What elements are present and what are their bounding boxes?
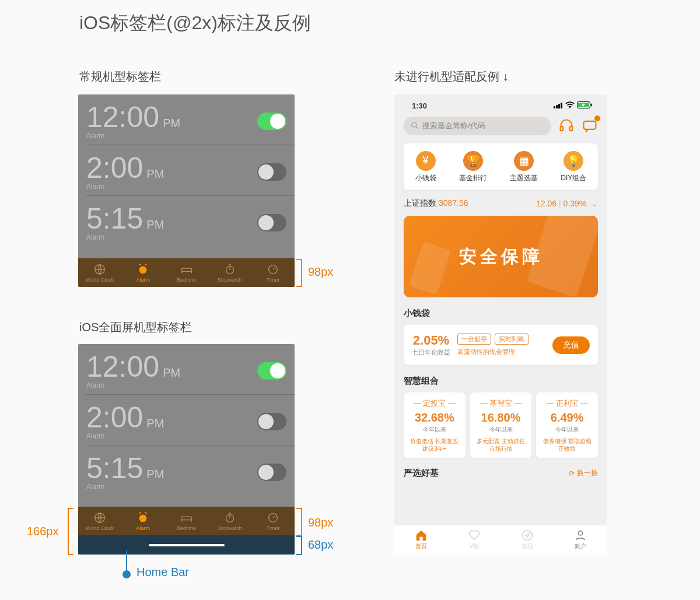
annotation-tabbar-height: 98px bbox=[308, 516, 333, 529]
globe-icon bbox=[93, 263, 106, 276]
headset-icon[interactable] bbox=[558, 118, 575, 134]
combo-desc: 价值低估 长期复投 建议3年+ bbox=[407, 437, 462, 452]
tab-label: Stopwatch bbox=[218, 277, 242, 283]
tab-stopwatch[interactable]: Stopwatch bbox=[208, 258, 251, 287]
combo-pct: 32.68% bbox=[407, 411, 462, 424]
annotation-total-height: 166px bbox=[27, 525, 59, 538]
nav-wallet[interactable]: ¥小钱袋 bbox=[415, 151, 436, 183]
nav-label: 小钱袋 bbox=[415, 173, 436, 183]
bed-icon bbox=[180, 511, 193, 524]
alarm-row: 2:00PM Alarm bbox=[78, 395, 295, 445]
svg-rect-7 bbox=[181, 517, 191, 520]
tab-label: 发现 bbox=[522, 542, 533, 550]
tab-bedtime[interactable]: Bedtime bbox=[164, 258, 208, 287]
chat-icon[interactable] bbox=[582, 118, 598, 134]
tab-discover[interactable]: 发现 bbox=[501, 525, 554, 555]
nav-theme[interactable]: ▦主题选基 bbox=[510, 151, 538, 183]
tab-worldclock[interactable]: World Clock bbox=[78, 507, 121, 535]
alarm-toggle[interactable] bbox=[257, 214, 286, 231]
dimension-bracket bbox=[296, 536, 302, 555]
refresh-label: 换一换 bbox=[577, 468, 598, 478]
alarm-toggle[interactable] bbox=[257, 362, 286, 380]
tab-label: Alarm bbox=[136, 525, 150, 531]
wallet-tag: 一分起存 bbox=[457, 334, 491, 345]
tab-worldclock[interactable]: World Clock bbox=[78, 258, 121, 287]
alarm-label: Alarm bbox=[86, 183, 164, 191]
svg-rect-16 bbox=[591, 103, 592, 106]
combo-pct: 16.80% bbox=[474, 411, 528, 424]
gold-icon: ▦ bbox=[514, 151, 534, 171]
combo-sub: 今年以来 bbox=[407, 426, 462, 434]
index-ticker[interactable]: 上证指数 3087.56 12.06 | 0.39% ⌄ bbox=[404, 198, 598, 209]
wallet-rate-sub: 七日年化收益 bbox=[412, 348, 450, 357]
index-name: 上证指数 bbox=[404, 198, 436, 208]
alarm-time: 12:00 bbox=[86, 100, 159, 134]
tab-label: Stopwatch bbox=[218, 525, 242, 531]
alarm-ampm: PM bbox=[146, 468, 164, 481]
recharge-button[interactable]: 充值 bbox=[552, 336, 590, 354]
banner[interactable]: 安全保障 bbox=[404, 216, 598, 297]
alarm-label: Alarm bbox=[86, 132, 180, 140]
search-placeholder: 搜索基金简称/代码 bbox=[422, 121, 485, 131]
combo-card[interactable]: — 定投宝 — 32.68% 今年以来 价值低估 长期复投 建议3年+ bbox=[404, 392, 466, 458]
subtitle-regular: 常规机型标签栏 bbox=[79, 69, 161, 85]
home-indicator bbox=[149, 544, 225, 546]
tab-timer[interactable]: Timer bbox=[251, 507, 295, 535]
tab-alarm[interactable]: Alarm bbox=[121, 258, 164, 287]
combo-card[interactable]: — 基智宝 — 16.80% 今年以来 多元配置 主动抓住 市场行情 bbox=[470, 392, 532, 458]
tab-label: World Clock bbox=[86, 525, 114, 531]
nav-ranking[interactable]: 🏆基金排行 bbox=[459, 151, 487, 183]
compass-icon bbox=[521, 529, 534, 542]
status-time: 1:30 bbox=[412, 101, 427, 110]
combo-name: — 正利宝 — bbox=[540, 398, 594, 409]
banner-text: 安全保障 bbox=[459, 245, 543, 269]
tab-label: Alarm bbox=[136, 277, 150, 283]
refresh-button[interactable]: ⟳换一换 bbox=[569, 468, 598, 478]
combo-card[interactable]: — 正利宝 — 6.49% 今年以来 债券增强 获取超额 正收益 bbox=[536, 392, 598, 458]
annotation-tabbar-height: 98px bbox=[308, 265, 333, 279]
tab-bedtime[interactable]: Bedtime bbox=[164, 507, 208, 535]
stopwatch-icon bbox=[223, 511, 236, 524]
combo-sub: 今年以来 bbox=[540, 426, 594, 434]
bulb-icon: 💡 bbox=[564, 151, 583, 171]
tab-label: 首页 bbox=[415, 542, 427, 550]
alarm-row: 5:15PM Alarm bbox=[78, 445, 295, 496]
home-icon bbox=[415, 529, 428, 542]
money-bag-icon: ¥ bbox=[416, 151, 436, 171]
svg-point-23 bbox=[579, 531, 583, 535]
tab-home[interactable]: 首页 bbox=[394, 525, 447, 555]
alarm-toggle[interactable] bbox=[257, 464, 286, 481]
wifi-icon bbox=[565, 101, 575, 110]
tab-account[interactable]: 账户 bbox=[554, 525, 607, 555]
index-change: 12.06 bbox=[536, 199, 556, 208]
tab-vquan[interactable]: V圈 bbox=[447, 525, 501, 555]
dimension-bracket bbox=[296, 259, 302, 287]
callout-dot bbox=[123, 570, 131, 578]
svg-rect-20 bbox=[570, 127, 573, 131]
svg-rect-12 bbox=[558, 104, 560, 108]
alarm-row: 12:00PM Alarm bbox=[78, 94, 295, 145]
search-input[interactable]: 搜索基金简称/代码 bbox=[404, 117, 551, 135]
nav-label: 主题选基 bbox=[510, 173, 538, 183]
alarm-toggle[interactable] bbox=[257, 413, 286, 430]
alarm-toggle[interactable] bbox=[257, 163, 286, 181]
annotation-homebar-height: 68px bbox=[308, 538, 333, 552]
tab-alarm[interactable]: Alarm bbox=[121, 507, 164, 535]
alarm-time: 5:15 bbox=[86, 451, 143, 485]
tab-stopwatch[interactable]: Stopwatch bbox=[208, 507, 251, 535]
section-strict-title: 严选好基 bbox=[404, 468, 439, 479]
wallet-card: 2.05% 七日年化收益 一分起存实时到账 高流动性的现金管理 充值 bbox=[404, 325, 598, 365]
alarm-ampm: PM bbox=[146, 218, 164, 231]
subtitle-fullscreen: iOS全面屏机型标签栏 bbox=[79, 320, 192, 335]
svg-rect-10 bbox=[554, 106, 555, 108]
alarm-row: 5:15PM Alarm bbox=[78, 196, 295, 246]
combo-grid: — 定投宝 — 32.68% 今年以来 价值低估 长期复投 建议3年+ — 基智… bbox=[404, 392, 598, 458]
tab-label: Timer bbox=[267, 277, 280, 283]
alarm-time: 5:15 bbox=[86, 202, 143, 236]
alarm-toggle[interactable] bbox=[257, 113, 286, 130]
tab-label: Bedtime bbox=[177, 525, 196, 531]
tab-timer[interactable]: Timer bbox=[251, 258, 295, 287]
svg-point-18 bbox=[412, 122, 416, 127]
nav-diy[interactable]: 💡DIY组合 bbox=[561, 151, 586, 183]
phone-screenshot-bad: 1:30 搜索基金简称/代码 ¥小钱袋 🏆基金排行 ▦主题选基 💡DIY组合 上… bbox=[394, 94, 607, 555]
